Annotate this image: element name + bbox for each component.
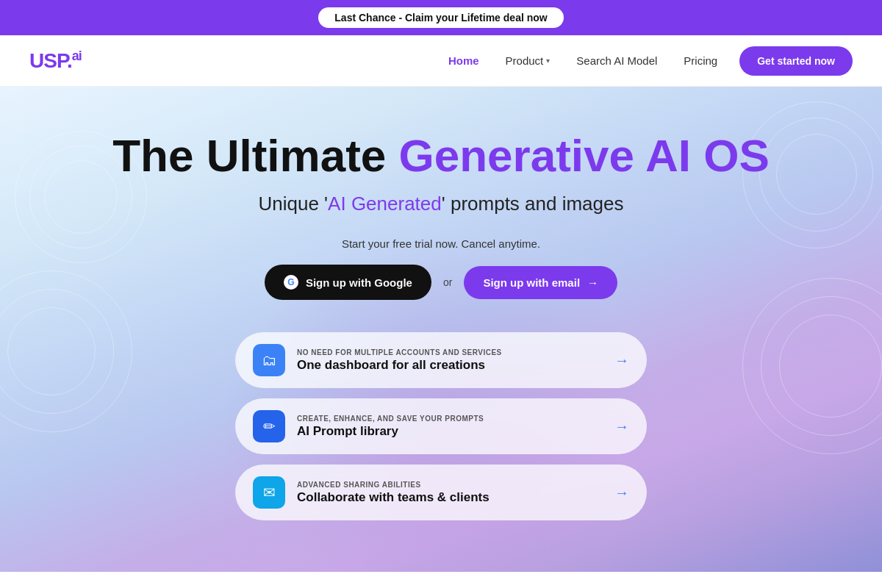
feature-title: Collaborate with teams & clients (297, 490, 603, 505)
feature-icon-wrap: ✏ (253, 410, 285, 442)
banner-text[interactable]: Last Chance - Claim your Lifetime deal n… (318, 7, 563, 28)
arrow-icon: → (587, 276, 598, 289)
feature-card[interactable]: 🗂NO NEED FOR MULTIPLE ACCOUNTS AND SERVI… (235, 332, 647, 388)
hero-subtitle: Unique 'AI Generated' prompts and images (259, 193, 624, 215)
feature-card[interactable]: ✏CREATE, ENHANCE, AND SAVE YOUR PROMPTSA… (235, 398, 647, 454)
feature-tag: ADVANCED SHARING ABILITIES (297, 481, 603, 489)
hero-subtitle-part2: ' prompts and images (442, 193, 624, 215)
feature-arrow-icon[interactable]: → (614, 352, 629, 369)
nav-home[interactable]: Home (448, 54, 479, 67)
hero-subtitle-part1: Unique ' (259, 193, 329, 215)
hero-title: The Ultimate Generative AI OS (112, 131, 770, 181)
logo-text: USP.ai (29, 49, 82, 73)
deco-circle (759, 118, 873, 232)
top-banner: Last Chance - Claim your Lifetime deal n… (0, 0, 882, 35)
or-divider: or (443, 276, 452, 288)
signup-google-button[interactable]: G Sign up with Google (265, 265, 431, 300)
feature-icon-wrap: ✉ (253, 476, 285, 509)
hero-trial-text: Start your free trial now. Cancel anytim… (342, 237, 540, 250)
get-started-button[interactable]: Get started now (739, 46, 853, 76)
feature-title: One dashboard for all creations (297, 358, 603, 373)
feature-title: AI Prompt library (297, 424, 603, 439)
nav-links: Home Product ▾ Search AI Model Pricing (448, 54, 717, 67)
hero-section: The Ultimate Generative AI OS Unique 'AI… (0, 87, 882, 572)
hero-title-part1: The Ultimate (112, 130, 398, 181)
feature-tag: NO NEED FOR MULTIPLE ACCOUNTS AND SERVIC… (297, 348, 603, 356)
hero-subtitle-highlight: AI Generated (328, 193, 442, 215)
feature-tag: CREATE, ENHANCE, AND SAVE YOUR PROMPTS (297, 415, 603, 423)
signup-email-button[interactable]: Sign up with email → (464, 266, 617, 299)
deco-circle (761, 296, 882, 436)
deco-circle (7, 307, 96, 395)
cta-buttons: G Sign up with Google or Sign up with em… (265, 265, 617, 300)
deco-circle (742, 278, 882, 454)
deco-circle (0, 289, 114, 414)
hero-title-part2: Generative AI OS (399, 130, 770, 181)
feature-cards: 🗂NO NEED FOR MULTIPLE ACCOUNTS AND SERVI… (235, 332, 647, 520)
feature-text-block: ADVANCED SHARING ABILITIESCollaborate wi… (297, 481, 603, 505)
deco-circle (779, 315, 882, 417)
feature-icon: ✏ (263, 417, 276, 435)
nav-product-label: Product (506, 54, 544, 67)
feature-card[interactable]: ✉ADVANCED SHARING ABILITIESCollaborate w… (235, 465, 647, 520)
feature-text-block: CREATE, ENHANCE, AND SAVE YOUR PROMPTSAI… (297, 415, 603, 439)
feature-arrow-icon[interactable]: → (614, 484, 629, 501)
logo-dot: . (67, 49, 72, 72)
feature-icon: 🗂 (262, 352, 276, 369)
nav-search-ai[interactable]: Search AI Model (576, 54, 657, 67)
nav-pricing[interactable]: Pricing (684, 54, 717, 67)
navbar: USP.ai Home Product ▾ Search AI Model Pr… (0, 35, 882, 87)
signup-email-label: Sign up with email (483, 276, 580, 289)
deco-circle (44, 160, 118, 234)
chevron-down-icon: ▾ (546, 57, 550, 65)
deco-circle (0, 270, 132, 432)
feature-icon-wrap: 🗂 (253, 344, 285, 376)
feature-icon: ✉ (263, 484, 276, 501)
logo-ai: ai (72, 49, 82, 63)
deco-circle (776, 134, 857, 215)
logo-usp: USP (29, 49, 67, 72)
signup-google-label: Sign up with Google (306, 276, 412, 289)
feature-arrow-icon[interactable]: → (614, 418, 629, 435)
google-icon: G (284, 275, 298, 290)
logo[interactable]: USP.ai (29, 49, 82, 73)
nav-product[interactable]: Product ▾ (506, 54, 551, 67)
feature-text-block: NO NEED FOR MULTIPLE ACCOUNTS AND SERVIC… (297, 348, 603, 373)
